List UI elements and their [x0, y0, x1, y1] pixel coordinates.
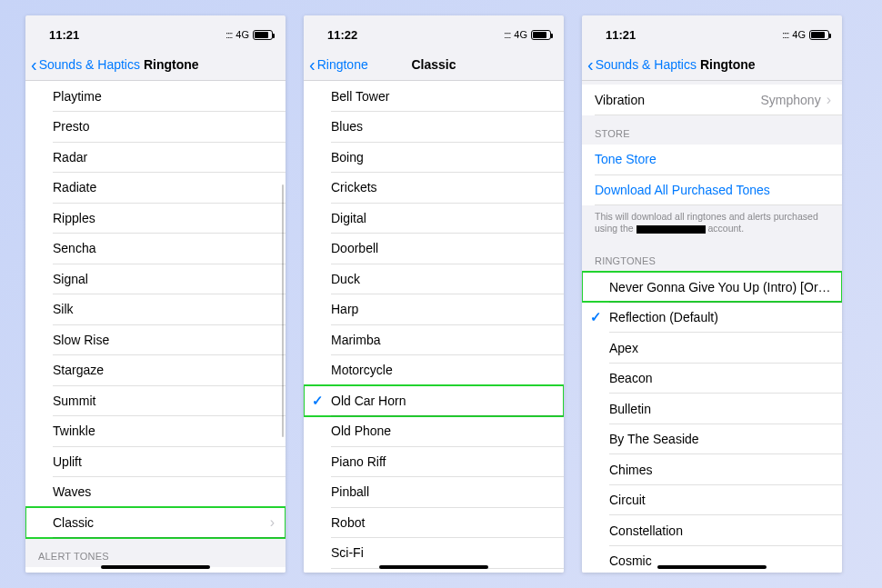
list-item[interactable]: Twinkle [25, 416, 286, 447]
phone-ringtone-scrolled: 11:21 :::: 4G ‹ Sounds & Haptics Rington… [25, 15, 286, 573]
tone-store-link[interactable]: Tone Store [582, 145, 842, 175]
cellular-icon: :::: [782, 30, 788, 40]
checkmark-icon: ✓ [304, 393, 331, 409]
checkmark-icon: ✓ [582, 309, 609, 325]
ringtones-header: RINGTONES [582, 243, 842, 272]
clock: 11:22 [316, 28, 371, 42]
vibration-row[interactable]: Vibration Symphony › [582, 85, 842, 115]
download-purchased-link[interactable]: Download All Purchased Tones [582, 174, 842, 205]
list-item[interactable]: Motorcycle [304, 355, 564, 386]
list-item[interactable]: Blues [304, 112, 564, 143]
list-item[interactable]: Crickets [304, 173, 564, 204]
list-item[interactable]: Radar [25, 142, 286, 173]
ringtones-list: Never Gonna Give You Up (Intro) [Origi… … [582, 272, 842, 573]
cellular-icon: :::: [226, 30, 232, 40]
status-right: :::: 4G [191, 29, 273, 40]
status-bar: 11:21 :::: 4G [582, 15, 842, 48]
list-item[interactable]: Sencha [25, 234, 286, 264]
scroll-area[interactable]: Playtime Presto Radar Radiate Ripples Se… [25, 81, 286, 573]
chevron-right-icon: › [827, 92, 831, 108]
list-item-selected[interactable]: ✓ Reflection (Default) [582, 302, 842, 333]
battery-icon [253, 30, 273, 40]
back-button[interactable]: ‹ Sounds & Haptics [582, 55, 697, 74]
list-item[interactable]: Stargaze [25, 355, 286, 386]
cellular-icon: :::: [504, 30, 510, 40]
status-right: :::: 4G [469, 29, 551, 40]
list-item[interactable]: Pinball [304, 477, 564, 508]
purchased-ringtone-label: Never Gonna Give You Up (Intro) [Origi… [609, 280, 831, 294]
list-item[interactable]: Duck [304, 264, 564, 294]
network-label: 4G [514, 29, 527, 40]
back-button[interactable]: ‹ Sounds & Haptics [25, 55, 140, 74]
list-item[interactable]: Circuit [582, 484, 842, 515]
list-item[interactable]: Radiate [25, 173, 286, 204]
battery-icon [809, 30, 829, 40]
home-indicator[interactable] [379, 565, 488, 569]
nav-bar: ‹ Sounds & Haptics Ringtone [25, 48, 286, 81]
phone-ringtone-top: 11:21 :::: 4G ‹ Sounds & Haptics Rington… [582, 15, 842, 573]
status-right: :::: 4G [747, 29, 829, 40]
classic-label: Classic [53, 515, 270, 530]
chevron-right-icon: › [270, 514, 275, 531]
network-label: 4G [792, 29, 806, 40]
back-label: Sounds & Haptics [596, 57, 697, 72]
store-header: STORE [582, 115, 842, 145]
store-footer-note: This will download all ringtones and ale… [582, 205, 842, 243]
page-title: Ringtone [700, 57, 756, 72]
list-item[interactable]: Beacon [582, 363, 842, 394]
list-item[interactable]: Bell Tower [304, 81, 564, 112]
store-group: Tone Store Download All Purchased Tones [582, 145, 842, 205]
list-item[interactable]: Apex [582, 333, 842, 364]
nav-bar: ‹ Sounds & Haptics Ringtone [582, 48, 842, 81]
chevron-left-icon: ‹ [309, 55, 316, 74]
list-item[interactable]: Sci-Fi [304, 538, 564, 569]
list-item[interactable]: By The Seaside [582, 424, 842, 454]
purchased-ringtone-row[interactable]: Never Gonna Give You Up (Intro) [Origi… [582, 272, 842, 303]
list-item[interactable]: Playtime [25, 81, 286, 112]
status-bar: 11:21 :::: 4G [25, 15, 286, 48]
list-item[interactable]: Signal [25, 264, 286, 294]
list-item[interactable]: Harp [304, 294, 564, 325]
list-item[interactable]: Marimba [304, 324, 564, 355]
classic-list: Bell Tower Blues Boing Crickets Digital … [304, 81, 564, 573]
back-label: Ringtone [317, 57, 368, 72]
list-item[interactable]: Piano Riff [304, 446, 564, 477]
list-item[interactable]: Robot [304, 507, 564, 538]
list-item[interactable]: Summit [25, 385, 286, 416]
list-item[interactable]: Waves [25, 477, 286, 508]
list-item[interactable]: Doorbell [304, 234, 564, 264]
status-bar: 11:22 :::: 4G [304, 15, 564, 48]
list-item[interactable]: Boing [304, 142, 564, 173]
list-item[interactable]: Chimes [582, 454, 842, 485]
classic-row[interactable]: Classic › [25, 507, 286, 538]
list-item[interactable]: Silk [25, 294, 286, 325]
list-item[interactable]: Constellation [582, 515, 842, 546]
list-item[interactable]: Digital [304, 203, 564, 234]
list-item[interactable]: Uplift [25, 446, 286, 477]
network-label: 4G [236, 29, 249, 40]
list-item-selected[interactable]: ✓ Old Car Horn [304, 385, 564, 416]
clock: 11:21 [595, 28, 649, 42]
list-item[interactable]: Old Phone [304, 416, 564, 447]
ringtone-list: Playtime Presto Radar Radiate Ripples Se… [25, 81, 286, 538]
list-item[interactable]: Slow Rise [25, 324, 286, 355]
scroll-area[interactable]: Bell Tower Blues Boing Crickets Digital … [304, 81, 564, 573]
list-item[interactable]: Ripples [25, 203, 286, 234]
vibration-value: Symphony [761, 93, 821, 107]
chevron-left-icon: ‹ [31, 55, 37, 74]
home-indicator[interactable] [657, 565, 767, 569]
scroll-area[interactable]: Vibration Symphony › STORE Tone Store Do… [582, 81, 842, 573]
home-indicator[interactable] [101, 565, 210, 569]
alert-tones-header: ALERT TONES [25, 538, 286, 567]
clock: 11:21 [38, 28, 93, 42]
list-item[interactable]: Bulletin [582, 394, 842, 424]
phone-classic: 11:22 :::: 4G ‹ Ringtone Classic Bell To… [304, 15, 564, 573]
nav-bar: ‹ Ringtone Classic [304, 48, 564, 81]
vibration-group: Vibration Symphony › [582, 85, 842, 115]
back-button[interactable]: ‹ Ringtone [304, 55, 368, 74]
page-title: Ringtone [144, 57, 199, 72]
list-item[interactable]: Presto [25, 112, 286, 143]
page-title: Classic [411, 57, 456, 72]
battery-icon [531, 30, 551, 40]
redacted-account [636, 225, 706, 234]
